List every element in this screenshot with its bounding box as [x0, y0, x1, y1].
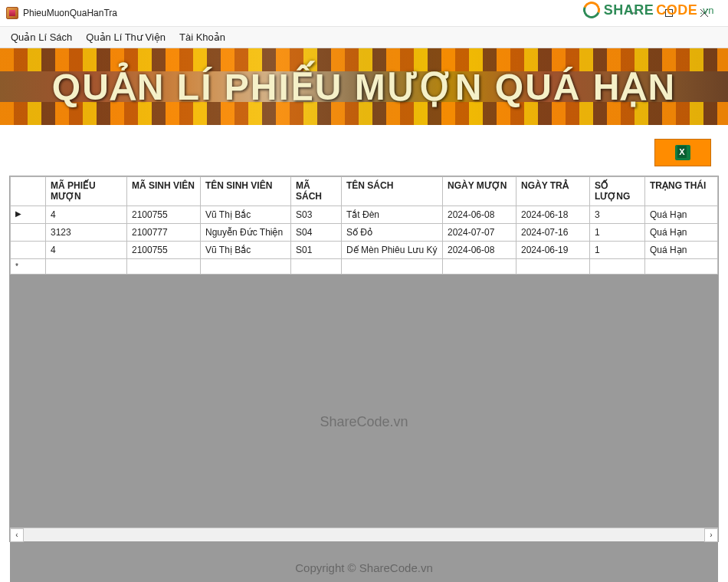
new-row-cell[interactable]: [645, 259, 718, 275]
cell-trang-thai[interactable]: Quá Hạn: [645, 242, 718, 259]
export-excel-button[interactable]: [654, 139, 711, 166]
header-row: MÃ PHIẾU MƯỢN MÃ SINH VIÊN TÊN SINH VIÊN…: [11, 177, 718, 206]
menu-tai-khoan[interactable]: Tài Khoản: [179, 31, 225, 43]
cell-ten-sv[interactable]: Vũ Thị Bắc: [201, 206, 291, 224]
scroll-left-button[interactable]: ‹: [10, 528, 24, 542]
cell-so-luong[interactable]: 1: [590, 242, 645, 259]
new-row-cell[interactable]: [201, 259, 291, 275]
row-indicator[interactable]: [11, 224, 46, 242]
new-row-cell[interactable]: [590, 259, 645, 275]
svg-rect-1: [666, 10, 673, 17]
new-row-cell[interactable]: [46, 259, 127, 275]
cell-ma-phieu[interactable]: 3123: [46, 224, 127, 242]
cell-ma-phieu[interactable]: 4: [46, 242, 127, 259]
cell-trang-thai[interactable]: Quá Hạn: [645, 206, 718, 224]
cell-ten-sach[interactable]: Dế Mèn Phiêu Lưu Ký: [342, 242, 443, 259]
banner: QUẢN LÍ PHIẾU MƯỢN QUÁ HẠN: [0, 48, 728, 125]
new-row-cell[interactable]: [342, 259, 443, 275]
cell-ten-sach[interactable]: Tắt Đèn: [342, 206, 443, 224]
close-button[interactable]: [687, 3, 722, 23]
col-ma-phieu[interactable]: MÃ PHIẾU MƯỢN: [46, 177, 127, 206]
cell-ngay-tra[interactable]: 2024-06-18: [516, 206, 590, 224]
datagrid[interactable]: MÃ PHIẾU MƯỢN MÃ SINH VIÊN TÊN SINH VIÊN…: [9, 176, 719, 542]
table-new-row[interactable]: *: [11, 259, 718, 275]
col-so-luong[interactable]: SỐ LƯỢNG: [590, 177, 645, 206]
scroll-right-button[interactable]: ›: [704, 528, 718, 542]
excel-icon: [675, 145, 690, 160]
horizontal-scrollbar[interactable]: ‹ ›: [10, 528, 718, 541]
toolbar: [0, 125, 728, 171]
col-ten-sv[interactable]: TÊN SINH VIÊN: [201, 177, 291, 206]
col-ma-sv[interactable]: MÃ SINH VIÊN: [127, 177, 201, 206]
cell-ten-sach[interactable]: Số Đỏ: [342, 224, 443, 242]
cell-so-luong[interactable]: 3: [590, 206, 645, 224]
cell-ngay-tra[interactable]: 2024-06-19: [516, 242, 590, 259]
new-row-cell[interactable]: [443, 259, 516, 275]
col-ma-sach[interactable]: MÃ SÁCH: [291, 177, 342, 206]
cell-ngay-muon[interactable]: 2024-07-07: [443, 224, 516, 242]
row-indicator[interactable]: ▶: [11, 206, 46, 224]
new-row-cell[interactable]: [127, 259, 201, 275]
maximize-button[interactable]: [651, 3, 687, 23]
new-row-indicator[interactable]: *: [11, 259, 46, 275]
window-title: PhieuMuonQuaHanTra: [23, 8, 117, 18]
menubar: Quản Lí Sách Quản Lí Thư Viện Tài Khoản: [0, 27, 728, 48]
cell-ma-sv[interactable]: 2100755: [127, 242, 201, 259]
col-ngay-muon[interactable]: NGÀY MƯỢN: [443, 177, 516, 206]
cell-ngay-muon[interactable]: 2024-06-08: [443, 206, 516, 224]
cell-ten-sv[interactable]: Vũ Thị Bắc: [201, 242, 291, 259]
table-row[interactable]: 31232100777Nguyễn Đức ThiệnS04Số Đỏ2024-…: [11, 224, 718, 242]
row-indicator[interactable]: [11, 242, 46, 259]
table-row[interactable]: 42100755Vũ Thị BắcS01Dế Mèn Phiêu Lưu Ký…: [11, 242, 718, 259]
cell-ma-phieu[interactable]: 4: [46, 206, 127, 224]
cell-ten-sv[interactable]: Nguyễn Đức Thiện: [201, 224, 291, 242]
minimize-button[interactable]: [616, 3, 651, 23]
cell-ma-sach[interactable]: S04: [291, 224, 342, 242]
cell-trang-thai[interactable]: Quá Hạn: [645, 224, 718, 242]
new-row-cell[interactable]: [291, 259, 342, 275]
menu-quan-li-sach[interactable]: Quản Lí Sách: [11, 31, 72, 43]
cell-ngay-tra[interactable]: 2024-07-16: [516, 224, 590, 242]
cell-ma-sv[interactable]: 2100777: [127, 224, 201, 242]
row-handle-header: [11, 177, 46, 206]
cell-ma-sach[interactable]: S01: [291, 242, 342, 259]
banner-title: QUẢN LÍ PHIẾU MƯỢN QUÁ HẠN: [52, 65, 676, 108]
cell-ma-sv[interactable]: 2100755: [127, 206, 201, 224]
col-ngay-tra[interactable]: NGÀY TRẢ: [516, 177, 590, 206]
cell-ngay-muon[interactable]: 2024-06-08: [443, 242, 516, 259]
cell-ma-sach[interactable]: S03: [291, 206, 342, 224]
menu-quan-li-thu-vien[interactable]: Quản Lí Thư Viện: [86, 31, 166, 43]
cell-so-luong[interactable]: 1: [590, 224, 645, 242]
titlebar: PhieuMuonQuaHanTra: [0, 0, 728, 27]
app-icon: [6, 7, 18, 19]
new-row-cell[interactable]: [516, 259, 590, 275]
col-trang-thai[interactable]: TRẠNG THÁI: [645, 177, 718, 206]
col-ten-sach[interactable]: TÊN SÁCH: [342, 177, 443, 206]
table-row[interactable]: ▶42100755Vũ Thị BắcS03Tắt Đèn2024-06-082…: [11, 206, 718, 224]
